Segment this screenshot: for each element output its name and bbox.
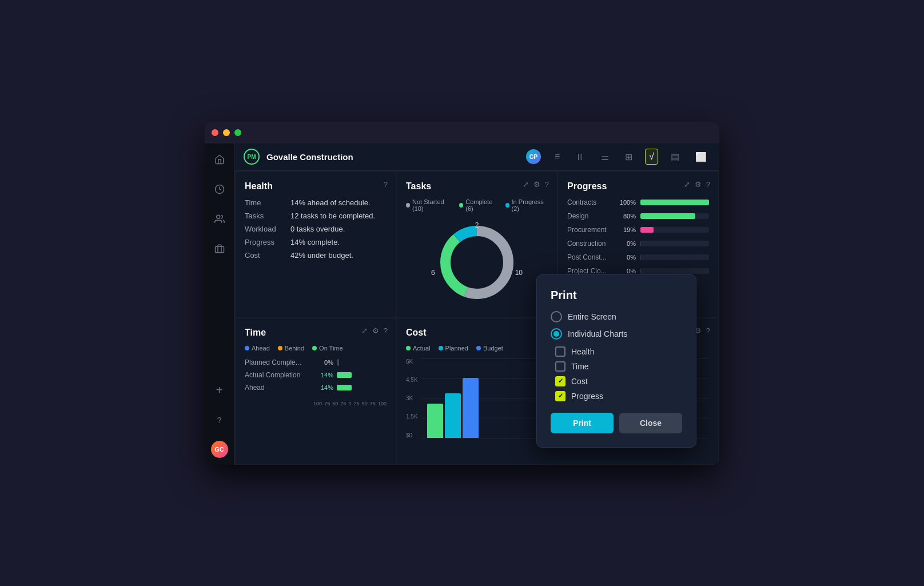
legend-budget: Budget (476, 345, 503, 352)
health-title: Health (245, 181, 387, 192)
cost-help-icon[interactable]: ? (706, 326, 710, 335)
tasks-expand-icon[interactable]: ⤢ (523, 180, 529, 189)
tasks-gear-icon[interactable]: ⚙ (533, 180, 540, 189)
legend-label-in-progress: In Progress (2) (512, 198, 548, 212)
time-label-ahead: Ahead (245, 384, 313, 392)
chart-option-health[interactable]: Health (551, 346, 682, 357)
toolbar-list[interactable]: ≡ (551, 149, 563, 164)
health-help-icon[interactable]: ? (384, 180, 388, 189)
sidebar-item-briefcase[interactable] (210, 240, 229, 258)
print-dialog: Print Entire Screen Individual Charts He… (536, 274, 696, 448)
chart-option-cost[interactable]: Cost (551, 376, 682, 386)
progress-help-icon[interactable]: ? (706, 180, 710, 189)
health-row-tasks: Tasks 12 tasks to be completed. (245, 212, 387, 220)
legend-label-budget: Budget (483, 345, 503, 352)
health-row-cost: Cost 42% under budget. (245, 251, 387, 260)
legend-not-started: Not Started (10) (406, 198, 451, 212)
radio-inner-selected (553, 331, 559, 337)
progress-pct-projectclosure: 0% (618, 268, 636, 274)
toolbar-health[interactable]: √ (645, 149, 658, 165)
time-pct-planned: 0% (313, 359, 333, 366)
progress-fill-construction (640, 241, 641, 246)
y-label-6k: 6K (406, 358, 418, 365)
minimize-button[interactable] (223, 129, 230, 136)
legend-dot-not-started (406, 203, 410, 208)
progress-fill-procurement (640, 227, 654, 233)
time-pct-actual: 14% (313, 372, 333, 378)
tasks-actions: ⤢ ⚙ ? (523, 180, 549, 189)
progress-pct-design: 80% (618, 213, 636, 220)
maximize-button[interactable] (234, 129, 241, 136)
sidebar-help-button[interactable]: ? (210, 411, 229, 429)
tasks-help-icon[interactable]: ? (545, 180, 549, 189)
print-charts-section: Health Time Cost Progress (551, 346, 682, 401)
time-help-icon[interactable]: ? (384, 326, 388, 335)
sidebar-item-time[interactable] (210, 180, 229, 198)
legend-dot-in-progress (505, 203, 509, 208)
cost-y-labels: 6K 4.5K 3K 1.5K $0 (406, 358, 418, 438)
progress-pct-construction: 0% (618, 240, 636, 247)
health-label-time: Time (245, 198, 290, 207)
entire-screen-radio[interactable] (551, 311, 562, 322)
progress-row-construction: Construction 0% (567, 240, 709, 248)
progress-gear-icon[interactable]: ⚙ (695, 180, 702, 189)
donut-svg (431, 217, 523, 308)
legend-ahead: Ahead (245, 345, 270, 352)
entire-screen-label: Entire Screen (568, 312, 616, 321)
toolbar-board[interactable]: ⚌ (598, 149, 612, 165)
sidebar-item-people[interactable] (210, 210, 229, 228)
individual-charts-option[interactable]: Individual Charts (551, 328, 682, 340)
donut-label-top: 2 (475, 221, 479, 229)
donut-label-right: 10 (515, 269, 523, 277)
time-gear-icon[interactable]: ⚙ (372, 326, 379, 335)
progress-name-procurement: Procurement (567, 226, 613, 234)
toolbar-docs[interactable]: ⬜ (692, 149, 710, 165)
time-fill-ahead (337, 385, 352, 390)
axis-100-right: 100 (378, 401, 387, 406)
close-dialog-button[interactable]: Close (619, 413, 682, 433)
chart-option-time[interactable]: Time (551, 361, 682, 372)
sidebar-add-button[interactable]: + (210, 381, 229, 400)
toolbar-calendar[interactable]: ▤ (667, 149, 683, 165)
progress-name-construction: Construction (567, 240, 613, 248)
legend-dot-budget (476, 346, 481, 350)
progress-row-postconstruction: Post Const... 0% (567, 253, 709, 261)
progress-bar-postconstruction (640, 254, 709, 260)
axis-25-left: 25 (340, 401, 346, 406)
progress-actions: ⤢ ⚙ ? (684, 180, 710, 189)
y-label-15k: 1.5K (406, 413, 418, 420)
tasks-widget: Tasks ⤢ ⚙ ? Not Started (10) Compl (397, 172, 557, 317)
entire-screen-option[interactable]: Entire Screen (551, 311, 682, 322)
individual-charts-label: Individual Charts (568, 329, 627, 338)
toolbar-gantt[interactable]: ⫼ (572, 149, 588, 164)
progress-name-design: Design (567, 212, 613, 220)
progress-expand-icon[interactable]: ⤢ (684, 180, 690, 189)
individual-charts-radio[interactable] (551, 328, 562, 340)
time-checkbox[interactable] (555, 361, 565, 372)
legend-label-actual: Actual (413, 345, 431, 352)
legend-complete: Complete (6) (459, 198, 497, 212)
time-bar-ahead (337, 384, 387, 392)
y-label-45k: 4.5K (406, 377, 418, 383)
progress-checkbox[interactable] (555, 391, 565, 401)
time-fill-planned (337, 360, 338, 365)
health-value-progress: 14% complete. (290, 238, 340, 246)
time-expand-icon[interactable]: ⤢ (361, 326, 368, 335)
legend-in-progress: In Progress (2) (505, 198, 548, 212)
time-rows: Planned Comple... 0% Actual Completion 1… (245, 358, 387, 392)
toolbar-grid[interactable]: ⊞ (622, 149, 636, 165)
time-axis-labels: 100 75 50 25 0 25 50 75 100 (245, 396, 387, 406)
cost-checkbox[interactable] (555, 376, 565, 386)
health-checkbox[interactable] (555, 346, 565, 357)
health-row-workload: Workload 0 tasks overdue. (245, 225, 387, 233)
progress-fill-projectclosure (640, 268, 641, 274)
progress-bar-procurement (640, 227, 709, 233)
time-legend: Ahead Behind On Time (245, 345, 387, 352)
chart-option-progress[interactable]: Progress (551, 391, 682, 401)
close-button[interactable] (212, 129, 218, 136)
top-bar: PM Govalle Construction GP ≡ ⫼ ⚌ ⊞ √ ▤ ⬜ (234, 143, 719, 171)
progress-bar-design (640, 213, 709, 219)
print-button[interactable]: Print (551, 413, 614, 433)
sidebar-item-home[interactable] (210, 150, 229, 169)
axis-100-left: 100 (313, 401, 322, 406)
